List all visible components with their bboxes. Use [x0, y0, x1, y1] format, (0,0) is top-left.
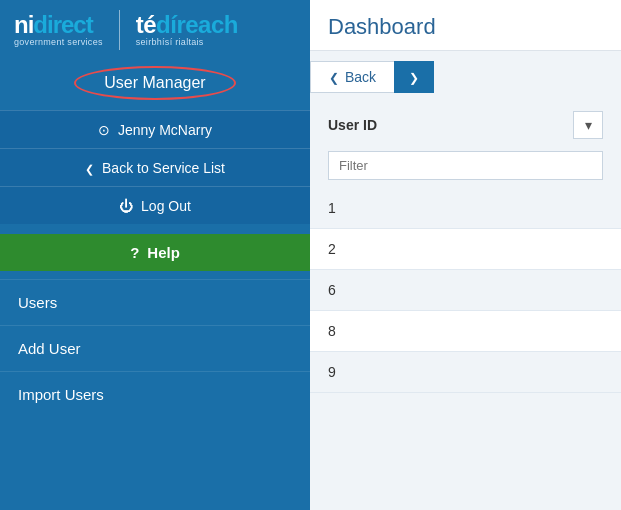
user-profile-button[interactable]: Jenny McNarry	[0, 110, 310, 148]
forward-chevron-icon	[409, 69, 419, 85]
help-button[interactable]: Help	[0, 234, 310, 271]
user-manager-title: User Manager	[74, 66, 235, 100]
back-nav-button[interactable]: Back	[310, 61, 394, 93]
table-row: 2	[310, 229, 621, 270]
main-content: Dashboard Back User ID 1	[310, 0, 621, 510]
user-name-label: Jenny McNarry	[118, 122, 212, 138]
ni-text: nidirect	[14, 11, 93, 38]
add-user-label: Add User	[18, 340, 81, 357]
user-id-value: 6	[328, 282, 336, 298]
top-nav-bar: Back	[310, 61, 621, 93]
user-id-value: 9	[328, 364, 336, 380]
table-row: 8	[310, 311, 621, 352]
logout-label: Log Out	[141, 198, 191, 214]
back-chevron-icon	[329, 69, 339, 85]
te-direach-wordmark: tédíreach	[136, 12, 238, 38]
column-dropdown-button[interactable]	[573, 111, 603, 139]
nav-buttons: Jenny McNarry Back to Service List Log O…	[0, 110, 310, 271]
logo-area: nidirect government services tédíreach s…	[0, 0, 310, 58]
filter-input[interactable]	[328, 151, 603, 180]
table-header-row: User ID	[310, 103, 621, 147]
user-id-column-header: User ID	[328, 117, 573, 133]
data-rows: 1 2 6 8 9	[310, 188, 621, 393]
logout-icon	[119, 197, 133, 214]
table-area: User ID 1 2 6 8 9	[310, 93, 621, 510]
dashboard-title: Dashboard	[328, 14, 603, 40]
back-icon	[85, 159, 94, 176]
user-id-value: 2	[328, 241, 336, 257]
user-id-value: 1	[328, 200, 336, 216]
table-row: 9	[310, 352, 621, 393]
import-users-label: Import Users	[18, 386, 104, 403]
help-label: Help	[147, 244, 180, 261]
user-id-value: 8	[328, 323, 336, 339]
seirbhisi-label: seirbhísí rialtais	[136, 38, 238, 48]
logout-button[interactable]: Log Out	[0, 186, 310, 224]
table-row: 6	[310, 270, 621, 311]
nidirect-logo: nidirect government services	[14, 12, 103, 48]
back-nav-label: Back	[345, 69, 376, 85]
logo-divider	[119, 10, 120, 50]
person-icon	[98, 121, 110, 138]
sidebar: nidirect government services tédíreach s…	[0, 0, 310, 510]
te-direach-logo: tédíreach seirbhísí rialtais	[136, 12, 238, 48]
dashboard-header: Dashboard	[310, 0, 621, 51]
govt-label: government services	[14, 38, 103, 48]
users-label: Users	[18, 294, 57, 311]
chevron-down-icon	[585, 117, 592, 133]
sidebar-item-add-user[interactable]: Add User	[0, 325, 310, 371]
sidebar-item-users[interactable]: Users	[0, 279, 310, 325]
help-icon	[130, 244, 139, 261]
back-label: Back to Service List	[102, 160, 225, 176]
table-row: 1	[310, 188, 621, 229]
ni-direct-wordmark: nidirect	[14, 12, 103, 38]
forward-nav-button[interactable]	[394, 61, 434, 93]
sidebar-item-import-users[interactable]: Import Users	[0, 371, 310, 417]
back-to-service-list-button[interactable]: Back to Service List	[0, 148, 310, 186]
filter-row	[310, 147, 621, 188]
user-manager-area: User Manager	[0, 58, 310, 110]
direach-text: díreach	[156, 11, 238, 38]
te-text: té	[136, 11, 156, 38]
sidebar-menu: Users Add User Import Users	[0, 279, 310, 417]
